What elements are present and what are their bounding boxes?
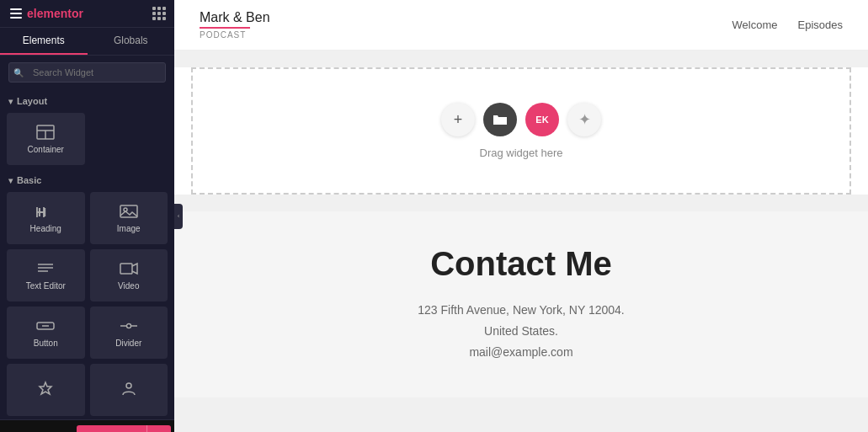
brand-logo: Mark & Ben Podcast	[200, 10, 270, 40]
contact-address: 123 Fifth Avenue, New York, NY 12004. Un…	[191, 300, 851, 364]
divider-icon	[119, 317, 139, 334]
nav-welcome[interactable]: Welcome	[732, 19, 778, 31]
svg-marker-17	[40, 382, 51, 394]
sidebar-search	[0, 56, 174, 89]
brand-name: Mark & Ben	[200, 10, 270, 25]
tab-elements[interactable]: Elements	[0, 28, 88, 55]
publish-button[interactable]: Publish	[77, 425, 146, 432]
section-layout-header: Layout	[0, 89, 174, 109]
hamburger-icon[interactable]	[10, 8, 22, 19]
svg-point-18	[126, 383, 131, 388]
widget-text-editor[interactable]: Text Editor	[7, 249, 85, 301]
svg-rect-12	[120, 264, 132, 274]
sparkle-button[interactable]: ✦	[567, 103, 601, 136]
sidebar-footer: ⊞ ↺ ▭ 👁 Publish ▲	[0, 419, 174, 432]
svg-point-16	[126, 324, 130, 328]
main-area: Mark & Ben Podcast Welcome Episodes +	[174, 0, 868, 432]
widget-social[interactable]	[90, 364, 168, 416]
contact-address-line1: 123 Fifth Avenue, New York, NY 12004.	[191, 300, 851, 321]
person-icon	[119, 380, 139, 397]
publish-group: Publish ▲	[77, 425, 171, 432]
collapse-handle[interactable]: ‹	[174, 204, 183, 229]
folder-button[interactable]	[483, 103, 517, 136]
ek-button[interactable]: EK	[525, 103, 559, 136]
search-input[interactable]	[8, 62, 166, 83]
sidebar-tabs: Elements Globals	[0, 28, 174, 56]
elementor-logo: elementor	[27, 7, 83, 20]
image-icon	[119, 203, 139, 220]
drop-label: Drag widget here	[480, 147, 563, 159]
text-editor-icon	[35, 260, 56, 277]
contact-title: Contact Me	[191, 245, 851, 283]
drop-zone[interactable]: + EK ✦ Drag widget here	[191, 67, 851, 195]
brand-sub: Podcast	[200, 30, 270, 40]
brand-underline	[200, 27, 250, 29]
page-area: + EK ✦ Drag widget here	[174, 67, 868, 195]
widget-heading[interactable]: H Heading	[7, 192, 85, 244]
container-icon	[35, 124, 56, 141]
add-widget-button[interactable]: +	[441, 103, 475, 136]
grid-icon[interactable]	[152, 7, 164, 20]
contact-email: mail@example.com	[191, 342, 851, 363]
svg-rect-7	[120, 205, 137, 217]
tab-globals[interactable]: Globals	[88, 28, 175, 55]
top-nav: Mark & Ben Podcast Welcome Episodes	[174, 0, 868, 51]
nav-episodes[interactable]: Episodes	[798, 19, 843, 31]
publish-arrow-button[interactable]: ▲	[146, 425, 171, 432]
video-icon	[119, 260, 139, 277]
widget-divider[interactable]: Divider	[90, 307, 168, 359]
star-icon	[35, 380, 56, 397]
section-basic-header: Basic	[0, 168, 174, 189]
heading-icon: H	[35, 203, 56, 220]
nav-links: Welcome Episodes	[732, 19, 843, 31]
widget-image[interactable]: Image	[90, 192, 168, 244]
widget-button[interactable]: Button	[7, 307, 85, 359]
widget-container[interactable]: Container	[7, 113, 85, 165]
widget-video[interactable]: Video	[90, 249, 168, 301]
contact-section: Contact Me 123 Fifth Avenue, New York, N…	[174, 211, 868, 397]
button-icon	[35, 317, 56, 334]
widget-icon[interactable]	[7, 364, 85, 416]
drop-buttons: + EK ✦	[441, 103, 601, 136]
layout-widget-grid: Container	[0, 109, 174, 168]
canvas: + EK ✦ Drag widget here Contact Me 123 F…	[174, 51, 868, 432]
basic-widget-grid: H Heading Image	[0, 189, 174, 419]
sidebar-header: elementor	[0, 0, 174, 28]
contact-address-line2: United States.	[191, 321, 851, 342]
